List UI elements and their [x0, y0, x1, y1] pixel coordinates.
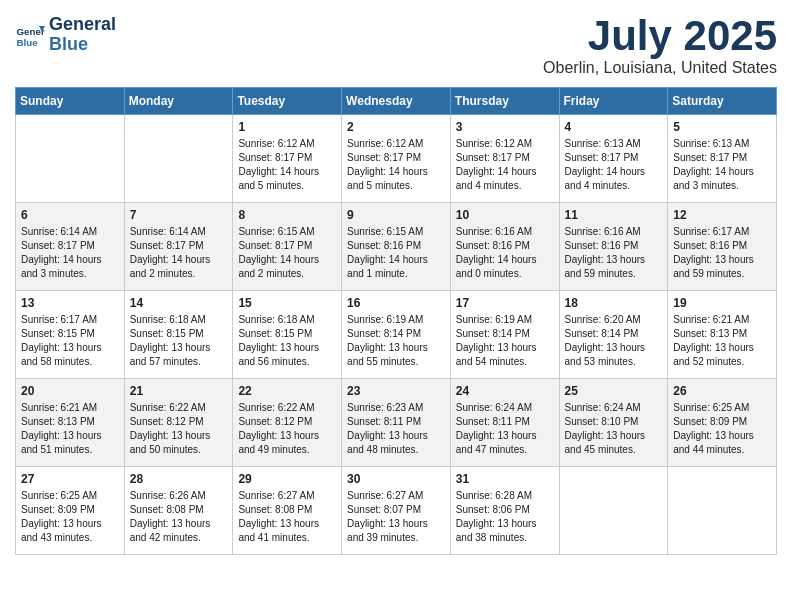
day-number: 18 — [565, 295, 663, 311]
logo-icon: General Blue — [15, 20, 45, 50]
day-detail-text: Sunset: 8:17 PM — [238, 239, 336, 253]
day-detail-text: and 54 minutes. — [456, 355, 554, 369]
day-detail-text: Daylight: 13 hours — [456, 429, 554, 443]
day-detail-text: and 41 minutes. — [238, 531, 336, 545]
calendar-day-cell — [559, 467, 668, 555]
day-detail-text: Daylight: 14 hours — [347, 165, 445, 179]
day-detail-text: Sunset: 8:09 PM — [21, 503, 119, 517]
day-detail-text: Sunset: 8:17 PM — [238, 151, 336, 165]
day-detail-text: Sunrise: 6:16 AM — [565, 225, 663, 239]
calendar-day-cell: 21Sunrise: 6:22 AMSunset: 8:12 PMDayligh… — [124, 379, 233, 467]
day-detail-text: and 39 minutes. — [347, 531, 445, 545]
calendar-day-cell — [16, 115, 125, 203]
day-detail-text: Sunset: 8:16 PM — [565, 239, 663, 253]
day-detail-text: Daylight: 14 hours — [347, 253, 445, 267]
day-detail-text: Daylight: 13 hours — [347, 429, 445, 443]
day-detail-text: Daylight: 14 hours — [238, 165, 336, 179]
day-number: 22 — [238, 383, 336, 399]
day-detail-text: Sunrise: 6:16 AM — [456, 225, 554, 239]
month-title: July 2025 — [543, 15, 777, 57]
day-detail-text: Daylight: 13 hours — [347, 517, 445, 531]
day-number: 13 — [21, 295, 119, 311]
day-detail-text: Sunset: 8:11 PM — [347, 415, 445, 429]
day-number: 17 — [456, 295, 554, 311]
calendar-day-cell: 11Sunrise: 6:16 AMSunset: 8:16 PMDayligh… — [559, 203, 668, 291]
day-detail-text: Sunrise: 6:12 AM — [238, 137, 336, 151]
day-detail-text: Sunrise: 6:21 AM — [21, 401, 119, 415]
day-detail-text: and 38 minutes. — [456, 531, 554, 545]
day-detail-text: Sunset: 8:13 PM — [673, 327, 771, 341]
day-detail-text: Sunset: 8:14 PM — [456, 327, 554, 341]
weekday-header-saturday: Saturday — [668, 88, 777, 115]
day-detail-text: Daylight: 13 hours — [130, 429, 228, 443]
day-number: 7 — [130, 207, 228, 223]
day-detail-text: and 1 minute. — [347, 267, 445, 281]
day-detail-text: Sunset: 8:08 PM — [130, 503, 228, 517]
day-number: 30 — [347, 471, 445, 487]
day-detail-text: Sunset: 8:08 PM — [238, 503, 336, 517]
day-detail-text: Daylight: 14 hours — [565, 165, 663, 179]
day-number: 15 — [238, 295, 336, 311]
day-detail-text: Sunrise: 6:20 AM — [565, 313, 663, 327]
weekday-header-tuesday: Tuesday — [233, 88, 342, 115]
day-detail-text: Daylight: 14 hours — [456, 253, 554, 267]
day-number: 26 — [673, 383, 771, 399]
day-detail-text: Sunrise: 6:19 AM — [456, 313, 554, 327]
day-detail-text: Daylight: 14 hours — [21, 253, 119, 267]
day-detail-text: and 4 minutes. — [456, 179, 554, 193]
day-detail-text: Sunrise: 6:25 AM — [673, 401, 771, 415]
day-detail-text: Sunrise: 6:13 AM — [673, 137, 771, 151]
calendar-week-row: 1Sunrise: 6:12 AMSunset: 8:17 PMDaylight… — [16, 115, 777, 203]
calendar-day-cell: 14Sunrise: 6:18 AMSunset: 8:15 PMDayligh… — [124, 291, 233, 379]
calendar-day-cell: 25Sunrise: 6:24 AMSunset: 8:10 PMDayligh… — [559, 379, 668, 467]
day-number: 14 — [130, 295, 228, 311]
day-detail-text: Sunrise: 6:21 AM — [673, 313, 771, 327]
calendar-day-cell: 26Sunrise: 6:25 AMSunset: 8:09 PMDayligh… — [668, 379, 777, 467]
day-detail-text: Sunrise: 6:18 AM — [130, 313, 228, 327]
day-detail-text: and 45 minutes. — [565, 443, 663, 457]
day-detail-text: Daylight: 13 hours — [565, 341, 663, 355]
calendar-day-cell: 27Sunrise: 6:25 AMSunset: 8:09 PMDayligh… — [16, 467, 125, 555]
day-detail-text: and 51 minutes. — [21, 443, 119, 457]
day-detail-text: and 2 minutes. — [130, 267, 228, 281]
calendar-day-cell — [124, 115, 233, 203]
day-detail-text: Sunset: 8:14 PM — [347, 327, 445, 341]
day-detail-text: Sunset: 8:16 PM — [673, 239, 771, 253]
day-detail-text: Sunrise: 6:17 AM — [673, 225, 771, 239]
day-detail-text: Daylight: 13 hours — [347, 341, 445, 355]
calendar-day-cell: 28Sunrise: 6:26 AMSunset: 8:08 PMDayligh… — [124, 467, 233, 555]
day-detail-text: Sunrise: 6:27 AM — [347, 489, 445, 503]
day-detail-text: Daylight: 13 hours — [130, 341, 228, 355]
day-detail-text: Sunset: 8:17 PM — [565, 151, 663, 165]
day-detail-text: Sunrise: 6:19 AM — [347, 313, 445, 327]
calendar-day-cell: 15Sunrise: 6:18 AMSunset: 8:15 PMDayligh… — [233, 291, 342, 379]
day-detail-text: Daylight: 13 hours — [238, 429, 336, 443]
day-detail-text: Daylight: 13 hours — [565, 429, 663, 443]
day-detail-text: Daylight: 13 hours — [130, 517, 228, 531]
day-number: 1 — [238, 119, 336, 135]
day-detail-text: Sunset: 8:10 PM — [565, 415, 663, 429]
day-detail-text: Daylight: 13 hours — [21, 429, 119, 443]
day-detail-text: Sunrise: 6:18 AM — [238, 313, 336, 327]
calendar-table: SundayMondayTuesdayWednesdayThursdayFrid… — [15, 87, 777, 555]
calendar-day-cell: 18Sunrise: 6:20 AMSunset: 8:14 PMDayligh… — [559, 291, 668, 379]
page-header: General Blue General Blue July 2025 Ober… — [15, 15, 777, 77]
calendar-day-cell: 22Sunrise: 6:22 AMSunset: 8:12 PMDayligh… — [233, 379, 342, 467]
day-detail-text: Sunset: 8:15 PM — [130, 327, 228, 341]
calendar-day-cell: 23Sunrise: 6:23 AMSunset: 8:11 PMDayligh… — [342, 379, 451, 467]
day-detail-text: Sunset: 8:17 PM — [347, 151, 445, 165]
day-detail-text: Daylight: 14 hours — [238, 253, 336, 267]
calendar-week-row: 27Sunrise: 6:25 AMSunset: 8:09 PMDayligh… — [16, 467, 777, 555]
day-detail-text: Sunrise: 6:15 AM — [347, 225, 445, 239]
calendar-day-cell: 4Sunrise: 6:13 AMSunset: 8:17 PMDaylight… — [559, 115, 668, 203]
calendar-day-cell: 19Sunrise: 6:21 AMSunset: 8:13 PMDayligh… — [668, 291, 777, 379]
day-number: 2 — [347, 119, 445, 135]
weekday-header-wednesday: Wednesday — [342, 88, 451, 115]
day-number: 10 — [456, 207, 554, 223]
day-detail-text: Sunrise: 6:24 AM — [565, 401, 663, 415]
day-detail-text: Sunset: 8:11 PM — [456, 415, 554, 429]
day-number: 31 — [456, 471, 554, 487]
day-detail-text: Sunset: 8:06 PM — [456, 503, 554, 517]
day-number: 8 — [238, 207, 336, 223]
day-detail-text: and 56 minutes. — [238, 355, 336, 369]
